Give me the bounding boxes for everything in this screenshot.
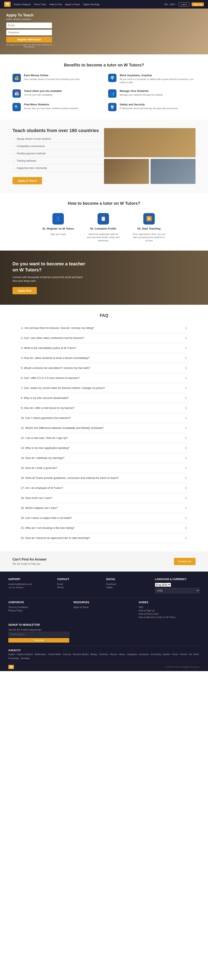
newsletter-email-input[interactable] [8, 632, 69, 637]
faq-item-13[interactable]: 14. How do I withdraw my earnings?∨ [21, 453, 187, 463]
contact-button[interactable]: Contact Us [174, 558, 195, 565]
nav-earnings[interactable]: Higher Earnings [83, 3, 99, 6]
nav-find-tutor[interactable]: Find a Tutor [34, 3, 46, 6]
faq-item-15[interactable]: 16. Does W Tutors provide guidelines, cu… [21, 473, 187, 483]
top-bar: W Explore Subjects Find a Tutor Help for… [0, 0, 208, 8]
faq-question-10: 11. What's the Difference between Availa… [21, 426, 185, 430]
step-1: 👤 01. Register on W Tutors Sign up to st… [43, 213, 74, 242]
subject-link-9[interactable]: History [119, 653, 125, 655]
subject-link-8[interactable]: Physics [110, 653, 117, 655]
benefit-desc-5: Professional check and earrings are kept… [120, 107, 178, 110]
subject-link-14[interactable]: French [172, 653, 178, 655]
faq-item-5[interactable]: 6. Can I offer 0.5 or 1.5 hour lessons t… [21, 373, 187, 383]
subscribe-button[interactable]: Subscribe [8, 638, 69, 643]
subject-link-13[interactable]: Spanish [163, 653, 170, 655]
subject-link-0[interactable]: English [8, 653, 15, 655]
footer-language-title: LANGUAGE & CURRENCY [155, 578, 200, 581]
password-field[interactable] [6, 30, 52, 35]
footer-social-facebook[interactable]: Facebook [106, 583, 151, 585]
email-field[interactable] [6, 22, 52, 28]
footer-guide-faq[interactable]: FAQ [139, 606, 200, 608]
faq-chevron-1: ∨ [185, 336, 187, 340]
step-2: 📋 02. Complete Profile Submit an applica… [87, 213, 120, 242]
faq-item-12[interactable]: 13. Why is my tutor application pending?… [21, 443, 187, 453]
faq-item-4[interactable]: 5. Would a lessons be cancelled if I rem… [21, 363, 187, 373]
faq-item-3[interactable]: 4. How do I allow students to book a les… [21, 353, 187, 363]
faq-item-9[interactable]: 10. Can I collect payments from learners… [21, 413, 187, 423]
footer-privacy[interactable]: Privacy Policy [8, 609, 69, 612]
footer-support-title: SUPPORT [8, 578, 53, 581]
faq-item-17[interactable]: 18. How much can I earn?∨ [21, 493, 187, 503]
cta-apply-button[interactable]: Apply Now [13, 287, 37, 294]
faq-item-11[interactable]: 12. I am a new tutor. How do I sign up?∨ [21, 433, 187, 443]
faq-item-2[interactable]: 3. What is the cancellation policy at W … [21, 343, 187, 353]
safety-icon: 🛡️ [108, 103, 117, 111]
footer-social-twitter[interactable]: Twitter [106, 586, 151, 589]
footer: SUPPORT academy@wtutors.com +xx xx xxxxx… [0, 571, 208, 671]
faq-item-20[interactable]: 21. Why am I not showing in the tutor li… [21, 523, 187, 533]
benefit-text-1: Work Anywhere, Anytime All you need is a… [120, 74, 195, 84]
subject-link-3[interactable]: Further Maths [48, 653, 61, 655]
nav-explore[interactable]: Explore Subjects [14, 3, 31, 6]
subject-link-16[interactable]: Art [189, 653, 192, 655]
footer-logo[interactable]: W [8, 665, 14, 669]
footer-guide-find[interactable]: How to Find a Tutor [139, 612, 200, 615]
subject-link-6[interactable]: Biology [90, 653, 97, 655]
currency-selector[interactable]: EN - USD ~ [164, 3, 176, 6]
subject-link-12[interactable]: Accounting [151, 653, 161, 655]
login-button[interactable]: Log In [178, 2, 189, 6]
faq-item-7[interactable]: 8. Why is my tutor account deactivated?∨ [21, 393, 187, 403]
nav-apply[interactable]: Apply to Teach [65, 3, 80, 6]
subject-link-2[interactable]: Mathematics [35, 653, 47, 655]
faq-item-21[interactable]: 22. How do I become an approved tutor to… [21, 533, 187, 543]
nav-help[interactable]: Help for Pay [49, 3, 62, 6]
faq-item-16[interactable]: 17. Am I an employee of W Tutors?∨ [21, 483, 187, 493]
faq-chevron-7: ∨ [185, 396, 187, 400]
faq-question-14: 15. How do I write a good bio? [21, 466, 185, 469]
footer-social-title: SOCIAL [106, 578, 151, 581]
faq-item-0[interactable]: 1. I do not have time for lessons, how d… [21, 323, 187, 333]
subject-link-19[interactable]: Sociology [20, 657, 30, 659]
logo[interactable]: W [4, 2, 11, 7]
faq-item-6[interactable]: 7. Can I keep my current rates for learn… [21, 383, 187, 393]
footer-mid: CORPORATE Terms & Conditions Privacy Pol… [8, 598, 200, 643]
subject-link-1[interactable]: English Literature [17, 653, 33, 655]
subject-link-17[interactable]: Music [194, 653, 199, 655]
step-1-label: 01. Register on W Tutors [43, 227, 74, 230]
subject-link-15[interactable]: German [180, 653, 188, 655]
footer-contact-phone[interactable]: Phone [57, 586, 102, 589]
teach-image-2 [151, 159, 195, 184]
subject-link-11[interactable]: Economics [139, 653, 149, 655]
subject-link-4[interactable]: Sciences [63, 653, 71, 655]
faq-item-14[interactable]: 15. How do I write a good bio?∨ [21, 463, 187, 473]
signup-button[interactable]: Sign Up [192, 3, 204, 6]
faq-item-8[interactable]: 9. How do I offer a trial lesson to my l… [21, 403, 187, 413]
benefits-title: Benefits to become a tutor on W Tutors? [13, 63, 195, 67]
faq-item-10[interactable]: 11. What's the Difference between Availa… [21, 423, 187, 433]
footer-apply-teach[interactable]: Apply to Teach [73, 606, 134, 608]
benefits-section: Benefits to become a tutor on W Tutors? … [0, 54, 208, 119]
teach-list-item-2: Flexible payment methods [13, 152, 104, 157]
subject-link-7[interactable]: Chemistry [99, 653, 109, 655]
faq-item-1[interactable]: 2. Can I use other video conference tool… [21, 333, 187, 343]
footer-support-email[interactable]: academy@wtutors.com [8, 583, 53, 585]
register-button[interactable]: Register With Email [6, 37, 52, 43]
apply-to-teach-button[interactable]: Apply to Teach [13, 177, 42, 185]
benefit-title-4: Find More Students [24, 103, 78, 106]
subjects-list: EnglishEnglish LiteratureMathematicsFurt… [8, 653, 200, 659]
currency-selector-footer[interactable]: USD [155, 588, 200, 593]
footer-terms[interactable]: Terms & Conditions [8, 606, 69, 608]
subject-link-10[interactable]: Geography [127, 653, 137, 655]
footer-guide-become[interactable]: How to Become a Tutor on W Tutors [139, 616, 200, 619]
footer-contact-email[interactable]: Email [57, 583, 102, 585]
step-3-label: 03. Start Teaching [137, 227, 161, 230]
footer-support-phone[interactable]: +xx xx xxxxxxx [8, 586, 53, 589]
subject-link-5[interactable]: Business Studies [73, 653, 89, 655]
footer-guide-signup[interactable]: How to Sign Up [139, 609, 200, 612]
faq-item-18[interactable]: 19. Which subjects can I tutor?∨ [21, 503, 187, 513]
language-selector[interactable]: Eng (EN) [155, 583, 171, 587]
cant-find-subtitle: We are ready to help you [13, 562, 47, 565]
subject-link-18[interactable]: Psychology [8, 657, 19, 659]
footer-support: SUPPORT academy@wtutors.com +xx xx xxxxx… [8, 578, 53, 593]
faq-item-19[interactable]: 20. Can I teach a subject that is not li… [21, 513, 187, 523]
